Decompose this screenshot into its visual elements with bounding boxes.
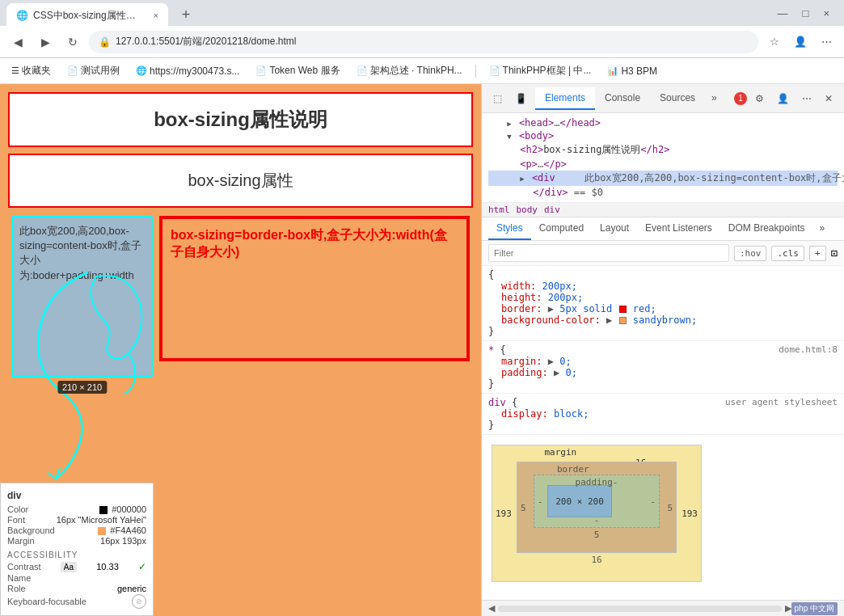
more-options-btn[interactable]: ⋯ xyxy=(815,31,838,53)
breadcrumb-html[interactable]: html xyxy=(488,205,510,215)
devtools-bottom-bar: ◀ ▶ php 中文网 xyxy=(482,600,844,616)
maximize-button[interactable]: □ xyxy=(798,6,814,21)
tab-console[interactable]: Console xyxy=(595,87,650,110)
bookmark-item-arch[interactable]: 📄 架构总述 · ThinkPH... xyxy=(352,62,467,79)
styles-toolbar: :hov .cls + ⊡ xyxy=(482,241,844,266)
dom-breadcrumb: html body div xyxy=(482,203,844,217)
bookmark-item-test[interactable]: 📄 测试用例 xyxy=(62,62,124,79)
bookmarks-bar: ☰ 收藏夹 📄 测试用例 🌐 https://my300473.s... 📄 T… xyxy=(0,58,844,84)
refresh-button[interactable]: ↻ xyxy=(61,31,84,53)
bookmark-item-thinkphp[interactable]: 📄 ThinkPHP框架 | 中... xyxy=(484,62,597,79)
keyboard-label: Keyboard-focusable xyxy=(7,597,87,606)
bg-label: Background xyxy=(7,525,55,535)
keyboard-focusable-icon: ⊘ xyxy=(132,594,146,609)
title-bar: 🌐 CSS中box-sizing属性演示,CSS中 × + — □ × xyxy=(0,0,844,26)
main-content: box-sizing属性说明 box-sizing属性 xyxy=(0,84,844,616)
content-box-text: 此box宽200,高200,box-sizing=content-box时,盒子… xyxy=(19,225,141,281)
tab-event-listeners[interactable]: Event Listeners xyxy=(637,217,720,240)
dom-line-body[interactable]: ▼ <body> xyxy=(488,129,838,142)
bookmark-item-token[interactable]: 📄 Token Web 服务 xyxy=(251,62,344,79)
content-box: 此box宽200,高200,box-sizing=content-box时,盒子… xyxy=(11,216,153,378)
role-row: Role generic xyxy=(7,584,146,593)
bookmark-item-h3bpm[interactable]: 📊 H3 BPM xyxy=(602,64,662,78)
accessibility-title: ACCESSIBILITY xyxy=(7,551,146,559)
breadcrumb-div[interactable]: div xyxy=(544,205,560,215)
size-label: 210 × 210 xyxy=(57,381,107,394)
new-style-rule-btn[interactable]: ⊡ xyxy=(831,247,838,259)
bookmark-item-url1[interactable]: 🌐 https://my300473.s... xyxy=(131,64,244,78)
scroll-right-btn[interactable]: ▶ xyxy=(785,603,791,614)
tab-close-btn[interactable]: × xyxy=(154,11,158,20)
prop-padding: padding: ▶ 0; xyxy=(501,367,838,378)
contrast-row: Contrast Aa 10.33 ✓ xyxy=(7,561,146,572)
devtools-header: ⬚ 📱 Elements Console Sources » 1 ⚙ 👤 ⋯ ✕ xyxy=(482,84,844,113)
inner-tabs: Styles Computed Layout Event Listeners D… xyxy=(482,217,844,241)
pseudo-state-btn[interactable]: :hov xyxy=(734,246,767,261)
border-right-val: 5 xyxy=(667,502,673,513)
star-icon: ☰ xyxy=(11,65,19,76)
styles-panel: :hov .cls + ⊡ { width: 200px; height: 20… xyxy=(482,241,844,600)
dom-line-h2[interactable]: <h2>box-sizing属性说明</h2> xyxy=(488,142,838,158)
tab-dom-breakpoints[interactable]: DOM Breakpoints xyxy=(720,217,813,240)
dom-line-div[interactable]: ▶ <div 此box宽200,高200,box-sizing=content-… xyxy=(488,171,838,186)
dom-line-div-close[interactable]: </div> == $0 xyxy=(488,186,838,199)
padding-top-label: padding- xyxy=(576,477,618,487)
padding-right-val: - xyxy=(650,496,656,507)
tab-computed[interactable]: Computed xyxy=(531,217,592,240)
bpm-icon: 📊 xyxy=(607,65,618,76)
minimize-button[interactable]: — xyxy=(773,6,793,21)
prop-margin: margin: ▶ 0; xyxy=(501,356,838,367)
bookmark-item-favorites[interactable]: ☰ 收藏夹 xyxy=(6,62,56,79)
style-rule-star: * { dome.html:8 margin: ▶ 0; padding: ▶ … xyxy=(482,341,844,394)
right-column: box-sizing=border-box时,盒子大小为:width(盒子自身大… xyxy=(159,216,470,378)
forward-button[interactable]: ▶ xyxy=(34,31,57,53)
browser-tab[interactable]: 🌐 CSS中box-sizing属性演示,CSS中 × xyxy=(6,3,168,27)
styles-filter-input[interactable] xyxy=(488,244,729,262)
main-title: box-sizing属性说明 xyxy=(8,92,473,147)
close-devtools-btn[interactable]: ✕ xyxy=(820,90,838,108)
cursor-tool-btn[interactable]: ⬚ xyxy=(488,90,507,108)
tab-layout[interactable]: Layout xyxy=(592,217,637,240)
address-bar[interactable]: 🔒 127.0.0.1:5501/前端/20201218/dome.html xyxy=(89,31,758,53)
doc-icon2: 📄 xyxy=(255,65,267,76)
user-btn[interactable]: 👤 xyxy=(772,90,794,108)
php-badge: php 中文网 xyxy=(791,602,838,615)
scroll-left-btn[interactable]: ◀ xyxy=(488,603,495,614)
bg-value: #F4A460 xyxy=(98,525,146,535)
margin-left-val: 193 xyxy=(496,508,512,519)
bookmark-label: H3 BPM xyxy=(621,65,657,77)
box-model-diagram: margin 16 193 193 border 5 5 5 xyxy=(492,445,702,582)
tab-styles[interactable]: Styles xyxy=(488,217,531,240)
user-profile-btn[interactable]: 👤 xyxy=(789,31,812,53)
bookmark-label: Token Web 服务 xyxy=(269,64,340,78)
color-label: Color xyxy=(7,504,28,514)
name-label: Name xyxy=(7,573,31,583)
horizontal-scrollbar[interactable] xyxy=(498,605,782,612)
tab-elements[interactable]: Elements xyxy=(535,87,595,110)
bookmark-star-btn[interactable]: ☆ xyxy=(763,31,786,53)
cls-btn[interactable]: .cls xyxy=(771,246,804,261)
dom-tree: ▶ <head>…</head> ▼ <body> <h2>box-sizing… xyxy=(482,113,844,203)
padding-left-val: - xyxy=(538,496,543,507)
bookmark-label: https://my300473.s... xyxy=(150,65,239,77)
border-box: box-sizing=border-box时,盒子大小为:width(盒子自身大… xyxy=(159,216,470,361)
webpage-area: box-sizing属性说明 box-sizing属性 xyxy=(0,84,481,616)
dom-line-p[interactable]: <p>…</p> xyxy=(488,158,838,171)
prop-width: width: 200px; xyxy=(501,281,838,292)
settings-btn[interactable]: ⚙ xyxy=(750,90,769,108)
box-model-margin: margin 16 193 193 border 5 5 5 xyxy=(492,445,702,582)
add-style-btn[interactable]: + xyxy=(809,246,826,261)
more-btn[interactable]: ⋯ xyxy=(797,90,817,108)
back-button[interactable]: ◀ xyxy=(6,31,29,53)
new-tab-button[interactable]: + xyxy=(175,3,197,26)
inner-tabs-more[interactable]: » xyxy=(813,217,832,240)
close-button[interactable]: × xyxy=(818,6,834,21)
breadcrumb-body[interactable]: body xyxy=(517,205,538,215)
devtools-more-tabs[interactable]: » xyxy=(705,87,724,110)
device-toolbar-btn[interactable]: 📱 xyxy=(510,90,532,108)
box-model-border: border 5 5 5 padding- - - - xyxy=(517,462,677,553)
prop-height: height: 200px; xyxy=(501,292,838,303)
dom-line-head[interactable]: ▶ <head>…</head> xyxy=(488,116,838,129)
contrast-check: ✓ xyxy=(138,561,146,572)
tab-sources[interactable]: Sources xyxy=(650,87,705,110)
